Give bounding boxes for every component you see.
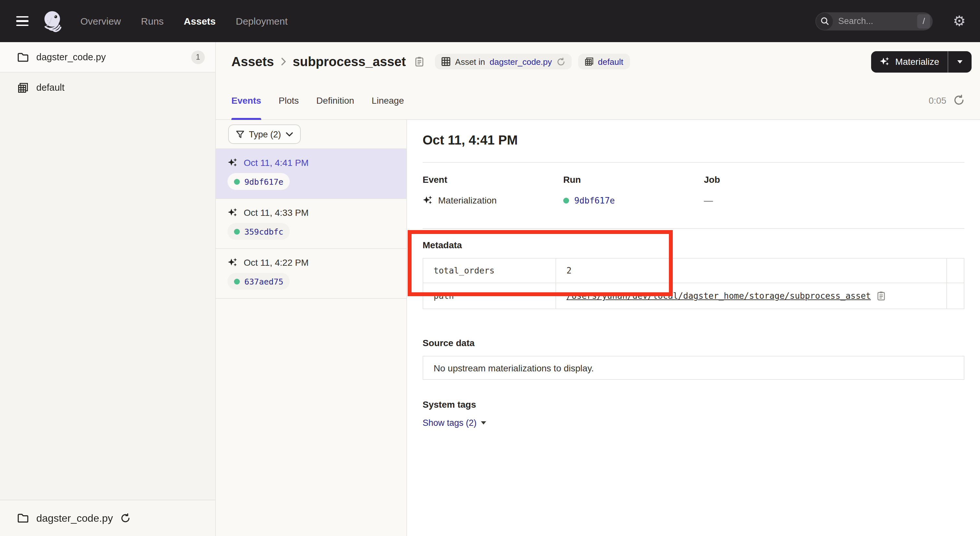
asset-grid-icon [441, 57, 450, 66]
sidebar-item-label: dagster_code.py [36, 52, 106, 62]
copy-icon[interactable] [415, 56, 424, 67]
reload-icon[interactable] [121, 513, 130, 523]
event-list-item[interactable]: Oct 11, 4:41 PM 9dbf617e [216, 149, 406, 199]
run-status-dot [563, 197, 569, 203]
refresh-icon[interactable] [557, 57, 565, 66]
repo-icon [18, 82, 29, 93]
refresh-icon[interactable] [953, 95, 964, 106]
event-filter-bar: Type (2) [216, 120, 406, 149]
event-detail-title: Oct 11, 4:41 PM [423, 131, 964, 149]
asset-location-tag[interactable]: Asset in dagster_code.py [435, 54, 571, 69]
timer-value: 0:05 [929, 95, 947, 105]
system-tags-heading: System tags [423, 399, 964, 410]
nav-deployment[interactable]: Deployment [236, 16, 288, 27]
page-title: subprocess_asset [293, 54, 406, 69]
event-date-link[interactable]: Oct 11, 4:33 PM [244, 207, 309, 218]
run-id: 359cdbfc [244, 226, 283, 236]
asset-tag-prefix: Asset in [455, 57, 485, 67]
run-id-pill[interactable]: 359cdbfc [228, 223, 290, 240]
search-input[interactable]: Search... / [816, 12, 933, 30]
gear-icon[interactable]: ⚙ [953, 14, 966, 28]
chevron-down-icon [285, 132, 293, 137]
folder-icon [18, 52, 29, 62]
show-tags-button[interactable]: Show tags (2) [423, 418, 487, 428]
type-filter-button[interactable]: Type (2) [228, 124, 301, 144]
metadata-table: total_orders 2 path /Users/yuhan/dev/loc… [423, 258, 964, 309]
run-label: Run [563, 174, 704, 185]
nav-overview[interactable]: Overview [80, 16, 121, 27]
dagster-logo [41, 9, 65, 33]
metadata-value-cell: 2 [556, 259, 947, 283]
slash-shortcut-badge: / [918, 14, 931, 28]
metadata-action-cell [947, 283, 964, 309]
workspace-sidebar: dagster_code.py 1 default dagster_code.p… [0, 42, 216, 536]
nav-assets[interactable]: Assets [184, 16, 215, 27]
tab-lineage[interactable]: Lineage [372, 81, 404, 119]
asset-header: Assets subprocess_asset [216, 42, 980, 81]
sidebar-item-label: default [36, 82, 65, 93]
dagster-app-window: Overview Runs Assets Deployment Search..… [0, 0, 980, 536]
materialization-icon [423, 195, 433, 205]
metadata-key-cell: total_orders [423, 259, 556, 283]
materialize-dropdown-button[interactable] [948, 60, 972, 63]
materialize-label: Materialize [896, 56, 939, 67]
chevron-right-icon [280, 57, 286, 66]
sparkle-icon [880, 56, 890, 67]
materialization-icon [228, 157, 238, 168]
caret-down-icon [957, 60, 963, 63]
path-link[interactable]: /Users/yuhan/dev/local/dagster_home/stor… [566, 291, 871, 301]
show-tags-label: Show tags (2) [423, 418, 477, 428]
refresh-timer: 0:05 [929, 95, 965, 106]
materialization-icon [228, 257, 238, 268]
event-list-item[interactable]: Oct 11, 4:22 PM 637aed75 [216, 249, 406, 299]
primary-nav: Overview Runs Assets Deployment [80, 16, 288, 27]
tab-plots[interactable]: Plots [279, 81, 299, 119]
tab-events[interactable]: Events [231, 81, 261, 119]
event-detail-panel: Oct 11, 4:41 PM Event Materi [407, 120, 980, 536]
run-id-pill[interactable]: 637aed75 [228, 273, 290, 290]
materialize-button[interactable]: Materialize [872, 56, 948, 67]
folder-icon [18, 513, 29, 523]
search-icon [816, 13, 833, 30]
filter-icon [236, 130, 244, 138]
run-id: 637aed75 [244, 277, 283, 286]
type-filter-label: Type (2) [249, 129, 281, 139]
caret-down-icon [481, 421, 487, 425]
sidebar-footer-code-location[interactable]: dagster_code.py [0, 500, 215, 536]
asset-tags: Asset in dagster_code.py de [435, 54, 630, 69]
copy-icon[interactable] [877, 291, 885, 301]
source-data-empty-state: No upstream materializations to display. [423, 356, 964, 380]
asset-count-badge: 1 [191, 50, 205, 64]
event-date-link[interactable]: Oct 11, 4:22 PM [244, 257, 309, 268]
event-list-item[interactable]: Oct 11, 4:33 PM 359cdbfc [216, 199, 406, 249]
event-type-value: Materialization [438, 195, 497, 205]
run-id-link[interactable]: 9dbf617e [574, 196, 615, 205]
top-nav: Overview Runs Assets Deployment Search..… [0, 0, 980, 42]
search-placeholder: Search... [838, 16, 918, 26]
source-data-heading: Source data [423, 338, 964, 349]
run-status-dot [234, 229, 240, 234]
sidebar-item-code-location[interactable]: dagster_code.py 1 [0, 42, 215, 73]
asset-tabs: Events Plots Definition Lineage 0:05 [216, 81, 980, 120]
breadcrumb-assets[interactable]: Assets [231, 54, 274, 69]
asset-tag-link[interactable]: default [598, 57, 623, 67]
source-data-empty-text: No upstream materializations to display. [434, 363, 594, 373]
asset-group-tag[interactable]: default [578, 54, 630, 69]
job-label: Job [704, 174, 964, 185]
asset-page: Assets subprocess_asset [216, 42, 980, 536]
metadata-action-cell [947, 259, 964, 283]
hamburger-menu-icon[interactable] [16, 16, 29, 26]
run-id-pill[interactable]: 9dbf617e [228, 173, 290, 190]
metadata-value-cell: /Users/yuhan/dev/local/dagster_home/stor… [556, 283, 947, 309]
event-label: Event [423, 174, 563, 185]
tab-definition[interactable]: Definition [316, 81, 354, 119]
metadata-heading: Metadata [423, 240, 964, 251]
event-date-link[interactable]: Oct 11, 4:41 PM [244, 157, 309, 168]
event-list-panel: Type (2) Oct 11, 4:41 PM [216, 120, 407, 536]
asset-tag-link[interactable]: dagster_code.py [490, 57, 552, 67]
nav-runs[interactable]: Runs [141, 16, 164, 27]
run-status-dot [234, 178, 240, 184]
run-id: 9dbf617e [244, 177, 283, 186]
sidebar-item-default-group[interactable]: default [0, 73, 215, 102]
job-value-empty: — [704, 195, 713, 205]
